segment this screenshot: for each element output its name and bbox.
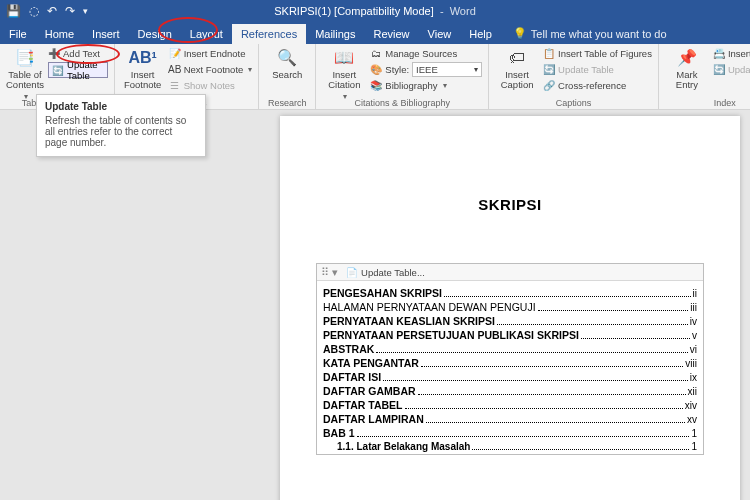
document-title: SKRIPSI [316, 196, 704, 213]
insert-index-icon: 📇 [713, 48, 725, 60]
toc-entry[interactable]: PENGESAHAN SKRIPSIii [323, 287, 697, 299]
search-label: Search [272, 70, 302, 80]
toc-entry[interactable]: DAFTAR LAMPIRANxv [323, 413, 697, 425]
group-index-label: Index [665, 97, 750, 108]
toc-leader-dots [418, 394, 686, 395]
tab-home[interactable]: Home [36, 24, 83, 44]
insert-citation-button[interactable]: 📖 Insert Citation [322, 46, 366, 102]
next-footnote-button[interactable]: ABNext Footnote [169, 62, 253, 77]
tab-design[interactable]: Design [129, 24, 181, 44]
tell-me-label: Tell me what you want to do [531, 28, 667, 40]
title-bar: 💾 ◌ ↶ ↷ ▾ SKRIPSI(1) [Compatibility Mode… [0, 0, 750, 22]
crossref-icon: 🔗 [543, 80, 555, 92]
toc-handle-icon[interactable]: ⠿ ▾ [321, 266, 338, 279]
toc-icon: 📑 [15, 48, 35, 68]
toc-leader-dots [426, 422, 685, 423]
footnote-icon: AB¹ [133, 48, 153, 68]
update-table-icon: 🔄 [52, 65, 64, 76]
mark-entry-icon: 📌 [677, 48, 697, 68]
update-table-tooltip: Update Table Refresh the table of conten… [36, 94, 206, 157]
toc-entry-text: PERNYATAAN PERSETUJUAN PUBLIKASI SKRIPSI [323, 329, 579, 341]
toc-entry[interactable]: 1.1. Latar Belakang Masalah1 [323, 441, 697, 452]
toc-entry[interactable]: DAFTAR ISIix [323, 371, 697, 383]
toc-entry-text: DAFTAR GAMBAR [323, 385, 416, 397]
show-notes-label: Show Notes [184, 80, 235, 91]
toc-field-header: ⠿ ▾ 📄 Update Table... [317, 264, 703, 281]
toc-leader-dots [472, 449, 689, 450]
group-index: 📌 Mark Entry 📇Insert Index 🔄Update Index… [659, 44, 750, 109]
toc-entry[interactable]: PERNYATAAN KEASLIAN SKRIPSIiv [323, 315, 697, 327]
tab-help[interactable]: Help [460, 24, 501, 44]
next-footnote-icon: AB [169, 64, 181, 76]
tab-insert[interactable]: Insert [83, 24, 129, 44]
show-notes-button: ☰Show Notes [169, 78, 253, 93]
add-text-icon: ➕ [48, 48, 60, 60]
manage-sources-button[interactable]: 🗂Manage Sources [370, 46, 482, 61]
redo-icon[interactable]: ↷ [65, 4, 75, 18]
insert-citation-label: Insert Citation [322, 70, 366, 91]
update-index-button: 🔄Update Index [713, 62, 750, 77]
tell-me-search[interactable]: 💡 Tell me what you want to do [501, 27, 667, 44]
mark-entry-button[interactable]: 📌 Mark Entry [665, 46, 709, 91]
toc-entry[interactable]: DAFTAR TABELxiv [323, 399, 697, 411]
group-captions: 🏷 Insert Caption 📋Insert Table of Figure… [489, 44, 659, 109]
tab-review[interactable]: Review [365, 24, 419, 44]
document-page[interactable]: SKRIPSI ⠿ ▾ 📄 Update Table... PENGESAHAN… [280, 116, 740, 500]
manage-sources-label: Manage Sources [385, 48, 457, 59]
tab-file[interactable]: File [0, 24, 36, 44]
toc-page-number: ii [693, 288, 697, 299]
undo-icon[interactable]: ↶ [47, 4, 57, 18]
toc-entry[interactable]: BAB 11 [323, 427, 697, 439]
tab-mailings[interactable]: Mailings [306, 24, 364, 44]
search-button[interactable]: 🔍 Search [265, 46, 309, 80]
group-research-label: Research [265, 97, 309, 108]
update-index-icon: 🔄 [713, 64, 725, 76]
toc-entry[interactable]: HALAMAN PERNYATAAN DEWAN PENGUJIiii [323, 301, 697, 313]
toc-entry[interactable]: ABSTRAKvi [323, 343, 697, 355]
toc-page-number: 1 [691, 441, 697, 452]
next-footnote-label: Next Footnote [184, 64, 244, 75]
toc-page-number: xiv [685, 400, 697, 411]
save-icon[interactable]: 💾 [6, 4, 21, 18]
insert-index-button[interactable]: 📇Insert Index [713, 46, 750, 61]
insert-endnote-button[interactable]: 📝Insert Endnote [169, 46, 253, 61]
toc-entry-text: DAFTAR LAMPIRAN [323, 413, 424, 425]
update-index-label: Update Index [728, 64, 750, 75]
toc-body: PENGESAHAN SKRIPSIiiHALAMAN PERNYATAAN D… [317, 281, 703, 452]
toc-page-number: iv [690, 316, 697, 327]
toc-entry[interactable]: DAFTAR GAMBARxii [323, 385, 697, 397]
qat-more-icon[interactable]: ▾ [83, 6, 88, 16]
group-research: 🔍 Search Research [259, 44, 316, 109]
caption-icon: 🏷 [507, 48, 527, 68]
bibliography-button[interactable]: 📚Bibliography [370, 78, 482, 93]
style-label: Style: [385, 64, 409, 75]
insert-caption-button[interactable]: 🏷 Insert Caption [495, 46, 539, 91]
insert-footnote-button[interactable]: AB¹ Insert Footnote [121, 46, 165, 91]
tab-references[interactable]: References [232, 24, 306, 44]
mark-entry-label: Mark Entry [665, 70, 709, 91]
toc-entry[interactable]: KATA PENGANTARviii [323, 357, 697, 369]
citation-style-dropdown[interactable]: 🎨 Style: IEEE▾ [370, 62, 482, 77]
toc-leader-dots [497, 324, 688, 325]
toc-entry[interactable]: PERNYATAAN PERSETUJUAN PUBLIKASI SKRIPSI… [323, 329, 697, 341]
tab-layout[interactable]: Layout [181, 24, 232, 44]
toc-leader-dots [581, 338, 690, 339]
toc-field[interactable]: ⠿ ▾ 📄 Update Table... PENGESAHAN SKRIPSI… [316, 263, 704, 455]
cross-reference-button[interactable]: 🔗Cross-reference [543, 78, 652, 93]
update-table-button[interactable]: 🔄 Update Table [48, 62, 108, 78]
toc-leader-dots [444, 296, 691, 297]
insert-index-label: Insert Index [728, 48, 750, 59]
lightbulb-icon: 💡 [513, 27, 527, 40]
search-icon: 🔍 [277, 48, 297, 68]
endnote-icon: 📝 [169, 48, 181, 60]
autosave-toggle[interactable]: ◌ [29, 4, 39, 18]
group-citations-label: Citations & Bibliography [322, 97, 482, 108]
toc-entry-text: ABSTRAK [323, 343, 374, 355]
insert-table-figures-button[interactable]: 📋Insert Table of Figures [543, 46, 652, 61]
toc-update-button[interactable]: 📄 Update Table... [346, 267, 425, 278]
toc-entry-text: PENGESAHAN SKRIPSI [323, 287, 442, 299]
toc-entry-text: KATA PENGANTAR [323, 357, 419, 369]
tab-view[interactable]: View [419, 24, 461, 44]
insert-caption-label: Insert Caption [495, 70, 539, 91]
toc-entry-text: DAFTAR ISI [323, 371, 381, 383]
